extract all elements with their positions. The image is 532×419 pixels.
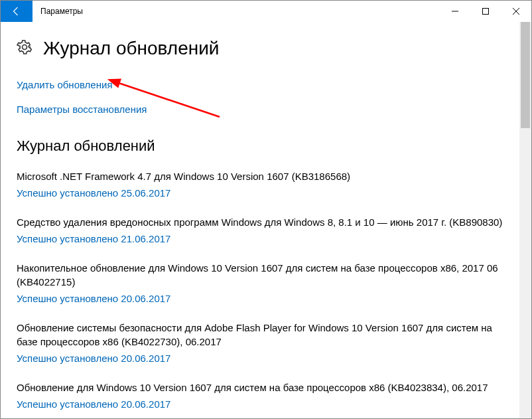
update-item: Microsoft .NET Framework 4.7 для Windows… [17, 169, 503, 199]
uninstall-updates-link[interactable]: Удалить обновления [17, 79, 113, 90]
update-title: Microsoft .NET Framework 4.7 для Windows… [17, 169, 503, 183]
settings-window: Параметры Журнал обновлений Удалить обно… [0, 0, 532, 419]
maximize-button[interactable] [470, 1, 501, 22]
update-title: Обновление системы безопасности для Adob… [17, 321, 503, 349]
update-item: Накопительное обновление для Windows 10 … [17, 261, 503, 305]
window-controls [440, 1, 531, 22]
update-title: Обновление для Windows 10 Version 1607 д… [17, 380, 503, 394]
svg-rect-1 [483, 9, 489, 15]
update-title: Средство удаления вредоносных программ W… [17, 215, 503, 229]
minimize-icon [452, 8, 458, 15]
content-wrap: Журнал обновлений Удалить обновления Пар… [1, 22, 531, 418]
update-status-link[interactable]: Успешно установлено 20.06.2017 [17, 398, 170, 410]
update-status-link[interactable]: Успешно установлено 20.06.2017 [17, 353, 170, 364]
page-title: Журнал обновлений [43, 38, 219, 59]
arrow-left-icon [11, 5, 23, 17]
window-title: Параметры [33, 1, 91, 22]
titlebar: Параметры [1, 1, 531, 22]
update-item: Обновление системы безопасности для Adob… [17, 321, 503, 365]
update-status-link[interactable]: Успешно установлено 21.06.2017 [17, 233, 170, 244]
page-header: Журнал обновлений [17, 38, 503, 59]
back-button[interactable] [1, 1, 33, 22]
close-icon [513, 8, 519, 15]
minimize-button[interactable] [440, 1, 470, 22]
recovery-options-link[interactable]: Параметры восстановления [17, 104, 147, 115]
scrollbar-thumb[interactable] [521, 22, 530, 128]
gear-icon [17, 39, 33, 58]
update-title: Накопительное обновление для Windows 10 … [17, 261, 503, 289]
update-status-link[interactable]: Успешно установлено 25.06.2017 [17, 187, 170, 199]
content: Журнал обновлений Удалить обновления Пар… [1, 22, 519, 418]
scrollbar[interactable] [519, 22, 531, 418]
update-status-link[interactable]: Успешно установлено 20.06.2017 [17, 293, 170, 304]
annotation-arrow [107, 77, 226, 126]
update-item: Обновление для Windows 10 Version 1607 д… [17, 380, 503, 410]
close-button[interactable] [501, 1, 531, 22]
history-heading: Журнал обновлений [17, 137, 503, 155]
update-item: Средство удаления вредоносных программ W… [17, 215, 503, 245]
maximize-icon [482, 8, 489, 15]
